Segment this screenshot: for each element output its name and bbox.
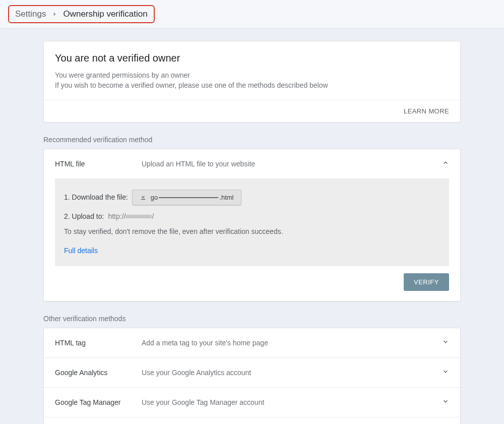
breadcrumb-settings[interactable]: Settings	[15, 9, 46, 19]
method-domain-name-provider[interactable]: Domain name provider Associate a DNS rec…	[44, 417, 460, 424]
chevron-up-icon	[442, 159, 449, 168]
full-details-link[interactable]: Full details	[64, 247, 98, 255]
method-body: 1. Download the file: go.html 2. Upload …	[55, 178, 449, 266]
other-methods-card: HTML tag Add a meta tag to your site's h…	[43, 328, 461, 424]
status-card: You are not a verified owner You were gr…	[43, 41, 461, 123]
download-icon	[140, 194, 147, 201]
download-filename: go.html	[151, 194, 234, 201]
method-html-tag[interactable]: HTML tag Add a meta tag to your site's h…	[44, 328, 460, 357]
method-title: HTML tag	[55, 339, 142, 347]
method-desc: Use your Google Tag Manager account	[142, 398, 442, 406]
method-title: HTML file	[55, 160, 142, 168]
upload-url: http:///	[108, 212, 154, 220]
chevron-down-icon	[442, 398, 449, 407]
method-desc: Add a meta tag to your site's home page	[142, 339, 442, 347]
verify-button[interactable]: VERIFY	[404, 273, 449, 291]
method-google-analytics[interactable]: Google Analytics Use your Google Analyti…	[44, 357, 460, 387]
method-html-file-header[interactable]: HTML file Upload an HTML file to your we…	[44, 149, 460, 178]
chevron-down-icon	[442, 368, 449, 377]
step1-label: 1. Download the file:	[64, 193, 128, 201]
status-line1: You were granted permissions by an owner	[55, 70, 449, 80]
status-line2: If you wish to become a verified owner, …	[55, 80, 449, 90]
breadcrumb-current: Ownership verification	[63, 9, 147, 19]
method-desc: Use your Google Analytics account	[142, 369, 442, 377]
other-section-label: Other verification methods	[43, 315, 461, 323]
method-title: Google Analytics	[55, 369, 142, 377]
method-google-tag-manager[interactable]: Google Tag Manager Use your Google Tag M…	[44, 387, 460, 417]
recommended-method-card: HTML file Upload an HTML file to your we…	[43, 149, 461, 301]
breadcrumb: Settings Ownership verification	[8, 5, 155, 23]
verify-note: To stay verified, don't remove the file,…	[64, 227, 440, 235]
learn-more-link[interactable]: LEARN MORE	[404, 107, 449, 115]
method-desc: Upload an HTML file to your website	[142, 160, 442, 168]
method-title: Google Tag Manager	[55, 398, 142, 406]
chevron-down-icon	[442, 338, 449, 347]
chevron-right-icon	[52, 10, 57, 18]
step2-label: 2. Upload to:	[64, 212, 104, 220]
download-file-button[interactable]: go.html	[132, 190, 241, 205]
recommended-section-label: Recommended verification method	[43, 136, 461, 144]
status-title: You are not a verified owner	[55, 52, 449, 64]
